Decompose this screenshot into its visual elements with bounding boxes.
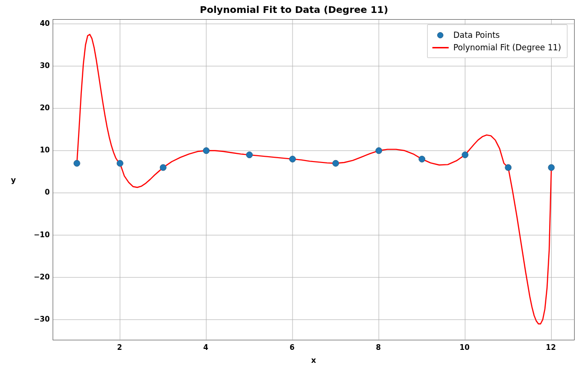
data-point <box>333 160 339 166</box>
data-point <box>246 152 252 158</box>
legend-item-data-points: Data Points <box>432 29 561 41</box>
y-axis-label: y <box>9 19 18 340</box>
polyfit-line <box>77 35 552 324</box>
legend-label: Polynomial Fit (Degree 11) <box>453 43 561 52</box>
y-tick-label: −30 <box>21 315 50 324</box>
x-axis-label: x <box>53 356 575 365</box>
x-tick-label: 8 <box>376 343 381 352</box>
y-tick-label: 0 <box>21 188 50 197</box>
data-point <box>117 160 123 166</box>
x-tick-label: 2 <box>117 343 122 352</box>
chart-figure: Polynomial Fit to Data (Degree 11) y Dat… <box>0 0 588 370</box>
x-tick-label: 4 <box>204 343 208 352</box>
legend-label: Data Points <box>453 30 500 40</box>
y-tick-label: 40 <box>21 19 50 28</box>
y-tick-label: −20 <box>21 273 50 281</box>
chart-title: Polynomial Fit to Data (Degree 11) <box>0 4 588 15</box>
data-point <box>419 156 425 162</box>
data-point <box>548 164 554 171</box>
y-tick-label: 10 <box>21 146 50 154</box>
y-tick-label: 30 <box>21 61 50 70</box>
data-point <box>160 164 166 171</box>
x-tick-label: 10 <box>460 343 470 352</box>
data-point <box>462 152 468 158</box>
scatter-marker-icon <box>432 30 449 40</box>
plot-svg <box>53 20 575 341</box>
legend-item-poly-fit: Polynomial Fit (Degree 11) <box>432 41 561 54</box>
line-swatch-icon <box>432 43 449 52</box>
data-point <box>289 156 295 162</box>
x-tick-label: 6 <box>290 343 294 352</box>
y-tick-label: 20 <box>21 104 50 112</box>
data-point <box>376 148 382 154</box>
y-tick-label: −10 <box>21 231 50 239</box>
data-point <box>203 148 209 154</box>
plot-area: Data Points Polynomial Fit (Degree 11) <box>53 19 575 340</box>
legend: Data Points Polynomial Fit (Degree 11) <box>427 24 567 58</box>
x-tick-label: 12 <box>546 343 556 352</box>
data-point <box>505 164 511 171</box>
data-point <box>74 160 80 166</box>
